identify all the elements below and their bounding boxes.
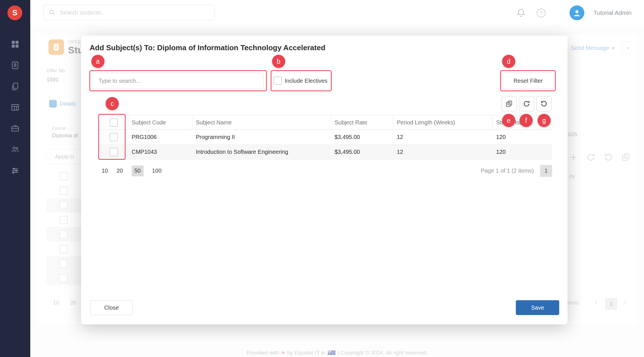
briefcase-icon [11,124,20,133]
cell-subject-name: Introduction to Software Engineering [192,149,331,155]
row-checkbox-cell [99,148,128,156]
page-size-20[interactable]: 20 [116,168,123,174]
page-size-100[interactable]: 100 [152,168,162,174]
annotation-badge-c: c [106,97,119,110]
column-header-period-length[interactable]: Period Length (Weeks) [393,115,493,130]
table-header-row: Subject Code Subject Name Subject Rate P… [99,115,552,130]
cell-study-hours: 120 [493,134,552,140]
annotation-badge-d: d [502,55,515,68]
sidebar-item-settings[interactable] [11,166,20,175]
sidebar-item-tables[interactable] [11,103,20,112]
user-name: Tutorial Admin [593,9,631,16]
cell-subject-rate: $3,495.00 [331,134,393,140]
include-electives-checkbox[interactable] [273,76,282,85]
screen: S [0,0,644,357]
save-button[interactable]: Save [516,300,559,315]
modal-title: Add Subject(s) To: Diploma of Informatio… [90,43,325,52]
app-logo[interactable]: S [7,5,22,20]
documents-icon [11,82,20,91]
sidebar-item-users[interactable] [11,145,20,154]
include-electives-label: Include Electives [285,78,327,84]
reset-filter-button[interactable]: Reset Filter [503,73,554,89]
reset-filter-label: Reset Filter [514,78,543,84]
row-checkbox[interactable] [110,133,118,141]
pagination-right: Page 1 of 1 (2 items) 1 [481,165,552,177]
user-icon [572,8,581,17]
page-size-50-selected[interactable]: 50 [132,166,144,176]
cell-subject-code: CMP1043 [128,149,192,155]
close-button[interactable]: Close [90,300,133,315]
cell-subject-rate: $3,495.00 [331,149,393,155]
annotation-badge-g: g [538,114,551,127]
page-size-10[interactable]: 10 [102,168,108,174]
page-number-1[interactable]: 1 [540,165,552,177]
refresh-icon [523,100,530,108]
subject-search[interactable] [92,73,264,89]
avatar[interactable] [569,5,584,20]
pagination-info: Page 1 of 1 (2 items) [481,168,534,174]
search-icon [49,9,56,16]
app-logo-letter: S [12,9,17,17]
bell-icon [516,8,526,18]
sidebar: S [0,0,30,357]
column-header-subject-rate[interactable]: Subject Rate [331,115,393,130]
users-icon [11,145,20,154]
table-row[interactable]: CMP1043 Introduction to Software Enginee… [99,145,552,160]
contact-book-icon [11,61,20,70]
select-all-cell [99,115,128,130]
revert-icon [540,100,548,108]
cell-subject-name: Programming II [192,134,331,140]
table-pagination: 10 20 50 100 Page 1 of 1 (2 items) 1 [99,164,552,178]
annotation-badge-f: f [520,114,533,127]
revert-button[interactable] [536,96,552,111]
dashboard-icon [11,40,20,49]
add-subjects-modal: Add Subject(s) To: Diploma of Informatio… [81,36,567,324]
subjects-table: Subject Code Subject Name Subject Rate P… [99,115,552,160]
sidebar-item-dashboard[interactable] [11,40,20,49]
page-size-selector: 10 20 50 100 [99,166,162,176]
sidebar-item-documents[interactable] [11,82,20,91]
notifications-button[interactable] [516,8,526,18]
column-chooser-icon [505,100,513,108]
help-icon[interactable] [537,9,546,17]
cell-period-length: 12 [393,134,493,140]
sidebar-item-jobs[interactable] [11,124,20,133]
select-all-checkbox[interactable] [110,118,118,127]
cell-subject-code: PRG1006 [128,134,192,140]
student-search-input[interactable] [59,9,210,16]
cell-period-length: 12 [393,149,493,155]
table-row[interactable]: PRG1006 Programming II $3,495.00 12 120 [99,130,552,145]
column-header-subject-code[interactable]: Subject Code [128,115,192,130]
annotation-badge-a: a [91,55,104,68]
table-icon [11,103,20,112]
annotation-badge-b: b [272,55,285,68]
save-button-label: Save [531,304,544,311]
cell-study-hours: 120 [493,149,552,155]
close-button-label: Close [104,304,119,311]
row-checkbox[interactable] [110,148,118,156]
row-checkbox-cell [99,133,128,141]
subject-search-input[interactable] [98,77,258,84]
refresh-button[interactable] [519,96,534,111]
column-chooser-button[interactable] [502,96,517,111]
column-header-subject-name[interactable]: Subject Name [192,115,331,130]
sidebar-item-contacts[interactable] [11,61,20,70]
sliders-icon [11,166,20,175]
topbar: Tutorial Admin [30,0,644,26]
student-search[interactable] [43,5,215,21]
annotation-badge-e: e [502,114,515,127]
